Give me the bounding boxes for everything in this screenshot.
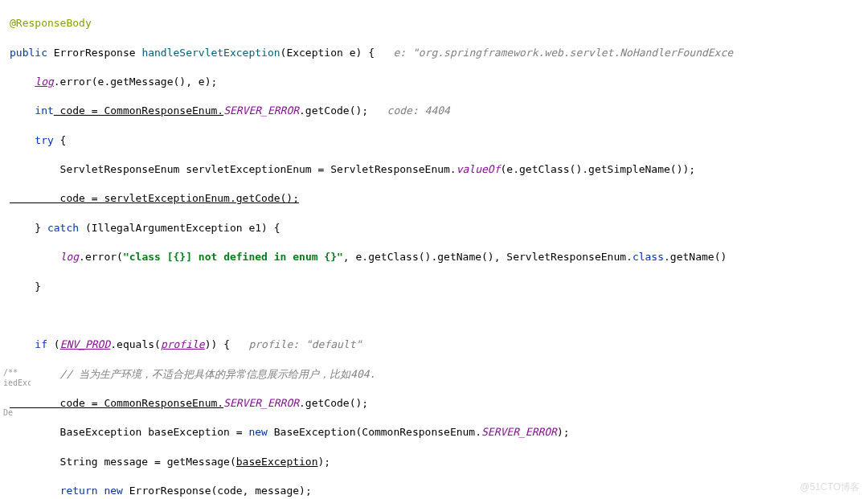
method-name: handleServletException xyxy=(141,47,280,59)
gutter-item: iedExc xyxy=(2,378,31,388)
inline-hint: code: 4404 xyxy=(368,104,450,117)
inline-hint: profile: "default" xyxy=(230,338,362,350)
left-gutter: /** iedExc De xyxy=(0,366,32,419)
annotation: @ResponseBody xyxy=(10,17,92,29)
watermark: @51CTO博客 xyxy=(800,481,860,494)
kw-public: public xyxy=(10,47,47,59)
log-field: log xyxy=(35,76,53,88)
code-editor[interactable]: @ResponseBody public ErrorResponse handl… xyxy=(0,0,868,499)
gutter-tab[interactable]: De xyxy=(2,407,31,418)
inline-hint: e: "org.springframework.web.servlet.NoHa… xyxy=(375,47,733,59)
comment: // 当为生产环境，不适合把具体的异常信息展示给用户，比如404. xyxy=(10,368,375,380)
gutter-doc: /** xyxy=(2,367,31,378)
return-type: ErrorResponse xyxy=(54,47,136,59)
